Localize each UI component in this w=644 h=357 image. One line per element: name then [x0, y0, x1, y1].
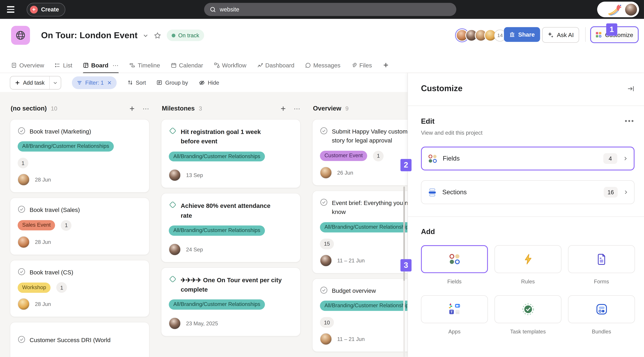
column-menu-icon[interactable]: ⋯: [294, 104, 300, 112]
check-circle-icon[interactable]: [18, 206, 26, 213]
task-card[interactable]: Customer Success DRI (World: [10, 322, 150, 357]
check-circle-icon[interactable]: [18, 268, 26, 276]
check-circle-icon[interactable]: [18, 336, 26, 344]
search-input[interactable]: website: [204, 3, 456, 16]
add-apps-tile[interactable]: T …: [421, 295, 488, 323]
assignee-avatar[interactable]: [18, 236, 30, 248]
tab-label: List: [63, 62, 72, 68]
subtask-count-badge: 1: [56, 282, 67, 293]
assignee-avatar[interactable]: [18, 298, 30, 310]
tab-label: Board: [91, 62, 108, 68]
edit-menu-icon[interactable]: •••: [625, 120, 634, 123]
tag-pill[interactable]: Customer Event: [320, 151, 367, 161]
hamburger-menu-icon[interactable]: [7, 6, 14, 12]
assignee-avatar[interactable]: [320, 333, 332, 345]
assignee-avatar[interactable]: [169, 318, 181, 329]
tab-label: Files: [359, 62, 372, 68]
assignee-avatar[interactable]: [18, 174, 30, 186]
messages-icon: [305, 62, 311, 68]
tab-workflow[interactable]: Workflow: [214, 57, 246, 73]
task-card[interactable]: Book travel (Marketing) All/Branding/Cus…: [10, 119, 150, 193]
close-icon[interactable]: [107, 80, 112, 85]
create-button[interactable]: + Create: [27, 2, 65, 16]
add-card-icon[interactable]: [280, 105, 286, 112]
add-fields-tile[interactable]: [421, 245, 488, 273]
milestone-diamond-icon[interactable]: [169, 201, 176, 209]
status-badge[interactable]: On track: [167, 30, 204, 41]
milestone-diamond-icon[interactable]: [169, 127, 176, 135]
sort-icon: [127, 80, 133, 86]
hide-button[interactable]: Hide: [199, 80, 219, 86]
tab-files[interactable]: Files: [351, 57, 372, 73]
group-by-button[interactable]: Group by: [157, 80, 188, 86]
assignee-avatar[interactable]: [320, 254, 332, 266]
add-rules-tile[interactable]: [494, 245, 562, 273]
tab-list[interactable]: List: [55, 57, 72, 73]
star-icon[interactable]: [154, 32, 162, 39]
add-task-button[interactable]: Add task: [10, 76, 49, 89]
assignee-avatar[interactable]: [169, 244, 181, 255]
share-button[interactable]: Share: [504, 27, 540, 42]
assignee-avatar[interactable]: [169, 170, 181, 181]
workflow-icon: [214, 62, 220, 68]
column-header[interactable]: (no section) 10 ⋯: [11, 103, 150, 114]
sort-button[interactable]: Sort: [127, 80, 146, 86]
member-avatars[interactable]: 14: [456, 29, 506, 42]
tab-overflow-icon[interactable]: ⋯: [112, 62, 119, 68]
tag-pill[interactable]: Workshop: [18, 282, 51, 293]
tile-label: Apps: [448, 328, 460, 335]
tag-pill[interactable]: All/Branding/Customer Relationships: [320, 301, 416, 311]
tab-messages[interactable]: Messages: [305, 57, 340, 73]
ask-ai-button[interactable]: Ask AI: [542, 27, 579, 43]
milestone-card[interactable]: ✈✈✈✈ One On Tour event per city complete…: [161, 267, 300, 336]
phoenix-celebration-icon: [608, 3, 624, 16]
task-title: Book travel (Marketing): [30, 127, 91, 136]
chevron-down-icon[interactable]: [143, 33, 148, 38]
tab-label: Overview: [19, 62, 44, 68]
project-icon[interactable]: [11, 26, 30, 45]
customize-grid-icon: [596, 32, 602, 38]
add-forms-tile[interactable]: [568, 245, 635, 273]
svg-text:T: T: [450, 310, 452, 314]
tab-calendar[interactable]: Calendar: [171, 57, 203, 73]
tab-dashboard[interactable]: Dashboard: [257, 57, 294, 73]
add-task-templates-tile[interactable]: [494, 295, 562, 323]
check-circle-icon[interactable]: [320, 127, 328, 135]
assignee-avatar[interactable]: [320, 167, 332, 179]
add-card-icon[interactable]: [129, 105, 135, 112]
add-tab-button[interactable]: [382, 57, 389, 73]
fields-row-label: Fields: [443, 155, 598, 162]
task-card[interactable]: Book travel (CS) Workshop 1 28 Jun: [10, 260, 150, 317]
collapse-panel-icon[interactable]: [627, 85, 634, 92]
add-task-dropdown[interactable]: [49, 76, 60, 89]
sections-row[interactable]: Sections 16: [421, 180, 634, 204]
filter-chip[interactable]: Filter: 1: [72, 76, 116, 89]
task-card[interactable]: Book travel (Sales) Sales Event 1 28 Jun: [10, 198, 150, 255]
board-scrollbar[interactable]: [403, 186, 405, 357]
column-menu-icon[interactable]: ⋯: [142, 104, 150, 112]
tag-pill[interactable]: All/Branding/Customer Relationships: [169, 225, 265, 236]
user-menu[interactable]: [597, 2, 639, 17]
eye-slash-icon: [199, 80, 205, 86]
tab-board[interactable]: Board ⋯: [83, 57, 119, 73]
milestone-diamond-icon[interactable]: [169, 275, 176, 283]
overview-icon: [11, 62, 17, 68]
tab-timeline[interactable]: Timeline: [130, 57, 160, 73]
tag-pill[interactable]: All/Branding/Customer Relationships: [169, 300, 265, 310]
check-circle-icon[interactable]: [320, 286, 328, 294]
tag-pill[interactable]: All/Branding/Customer Relationships: [18, 142, 114, 152]
tag-pill[interactable]: Sales Event: [18, 220, 55, 230]
milestone-card[interactable]: Achieve 80% event attendance rate All/Br…: [161, 193, 300, 262]
milestone-card[interactable]: Hit registration goal 1 week before even…: [161, 119, 300, 188]
add-bundles-tile[interactable]: [568, 295, 635, 323]
tab-label: Messages: [313, 62, 340, 68]
check-circle-icon[interactable]: [18, 127, 26, 135]
tag-pill[interactable]: All/Branding/Customer Relationships: [169, 151, 265, 162]
tab-overview[interactable]: Overview: [11, 57, 44, 73]
check-circle-icon[interactable]: [320, 198, 328, 206]
milestone-title: ✈✈✈✈ One On Tour event per city complete: [181, 275, 284, 294]
fields-row[interactable]: Fields 4: [421, 147, 634, 170]
due-date: 28 Jun: [35, 301, 51, 308]
tag-pill[interactable]: All/Branding/Customer Relationships: [320, 222, 416, 232]
column-header[interactable]: Milestones 3 ⋯: [162, 103, 301, 114]
